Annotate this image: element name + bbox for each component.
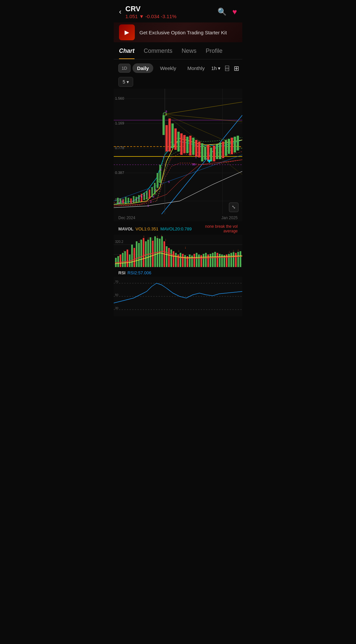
svg-text:↓: ↓	[161, 235, 163, 237]
svg-rect-39	[195, 140, 197, 156]
candlestick-icon[interactable]: ⌸	[225, 64, 229, 72]
svg-text:↓: ↓	[119, 254, 120, 258]
svg-rect-149	[240, 251, 241, 267]
svg-rect-41	[201, 143, 203, 161]
svg-rect-108	[145, 241, 147, 267]
layout-icon[interactable]: ⊞	[234, 64, 239, 72]
svg-text:↓: ↓	[132, 252, 134, 255]
svg-rect-123	[180, 253, 181, 267]
search-icon[interactable]: 🔍	[218, 8, 226, 16]
svg-rect-142	[223, 255, 225, 267]
svg-rect-27	[159, 165, 161, 183]
svg-text:↓: ↓	[237, 248, 239, 252]
svg-rect-46	[216, 144, 218, 159]
svg-text:4: 4	[138, 197, 140, 200]
svg-text:1: 1	[130, 201, 132, 204]
svg-rect-136	[210, 254, 211, 267]
svg-rect-106	[140, 240, 142, 267]
interval-selector[interactable]: 1h ▾	[211, 65, 221, 71]
svg-rect-48	[222, 142, 224, 158]
svg-rect-146	[233, 252, 234, 267]
svg-text:5: 5	[141, 195, 142, 198]
rsi-header: RSI RSI2:57.006	[114, 268, 242, 277]
svg-text:↓: ↓	[152, 237, 153, 240]
svg-rect-120	[173, 251, 174, 267]
svg-text:↓: ↓	[143, 235, 145, 238]
svg-rect-147	[235, 253, 237, 267]
main-chart[interactable]: 1.337 6 7 8 5 4 3 2 1 1 2 3 4 5 6 7 8 9 …	[114, 89, 242, 214]
svg-rect-131	[198, 254, 200, 267]
svg-rect-105	[138, 243, 140, 267]
svg-rect-111	[152, 241, 154, 267]
svg-text:↓: ↓	[157, 235, 158, 238]
svg-rect-125	[184, 255, 186, 267]
date-right: Jan 2025	[222, 216, 238, 220]
svg-rect-35	[183, 135, 186, 153]
svg-line-81	[165, 102, 242, 114]
mavol-svg: 320.2	[114, 235, 242, 268]
timeframe-daily[interactable]: Daily	[133, 63, 154, 73]
rsi-value: RSI2:57.006	[128, 270, 151, 275]
promo-banner[interactable]: ▶ Get Exclusive Option Trading Starter K…	[114, 22, 242, 42]
mavol-note: none break the volaverage	[205, 224, 238, 233]
svg-text:89: 89	[192, 163, 195, 166]
favorite-icon[interactable]: ♥	[232, 7, 237, 17]
svg-rect-137	[212, 253, 214, 267]
svg-rect-144	[228, 254, 230, 267]
svg-rect-51	[231, 138, 233, 154]
svg-rect-36	[186, 137, 189, 153]
timeframe-1d[interactable]: 1D	[118, 64, 131, 73]
svg-rect-15	[128, 198, 129, 203]
tabs-nav: Chart Comments News Profile	[114, 42, 242, 59]
svg-text:3: 3	[153, 195, 154, 198]
svg-rect-45	[213, 146, 215, 161]
tab-chart[interactable]: Chart	[119, 48, 134, 59]
back-button[interactable]: ‹	[119, 8, 121, 16]
svg-text:6: 6	[143, 194, 145, 197]
svg-rect-122	[177, 254, 179, 267]
mavol-header: MAVOL VOL1:0.351 MAVOL20:0.789 none brea…	[114, 221, 242, 235]
svg-rect-53	[237, 136, 239, 151]
svg-rect-26	[157, 173, 159, 188]
svg-text:1.169: 1.169	[115, 121, 124, 125]
header-right: 🔍 ♥	[218, 7, 237, 17]
date-left: Dec 2024	[118, 216, 135, 220]
svg-text:1: 1	[195, 155, 197, 159]
svg-rect-129	[193, 254, 195, 267]
svg-rect-109	[147, 240, 149, 267]
svg-rect-34	[180, 133, 183, 155]
svg-text:0.219: 0.219	[115, 198, 124, 202]
ticker-info: CRV 1.051 ▼ -0.034 -3.11%	[125, 5, 176, 19]
svg-rect-128	[191, 255, 193, 267]
candle-size-dropdown[interactable]: 5 ▾	[118, 77, 133, 87]
tab-comments[interactable]: Comments	[144, 48, 172, 59]
svg-rect-37	[189, 136, 192, 155]
svg-rect-29	[165, 125, 168, 152]
tab-news[interactable]: News	[182, 48, 196, 59]
svg-text:4: 4	[155, 188, 157, 192]
svg-text:7: 7	[146, 193, 148, 196]
chart-controls-right: 1h ▾ ⌸ ⊞	[211, 64, 239, 72]
svg-text:50: 50	[115, 293, 118, 296]
svg-text:30: 30	[115, 306, 118, 310]
svg-text:70: 70	[115, 280, 118, 283]
svg-rect-139	[217, 253, 218, 267]
svg-text:↓: ↓	[138, 239, 140, 243]
svg-text:↓: ↓	[147, 236, 149, 240]
banner-text: Get Exclusive Option Trading Starter Kit	[139, 30, 227, 35]
svg-rect-138	[214, 252, 216, 267]
svg-rect-134	[205, 253, 207, 267]
svg-rect-148	[237, 252, 239, 267]
svg-text:↓: ↓	[165, 238, 166, 241]
timeframe-monthly[interactable]: Monthly	[183, 63, 209, 73]
tab-profile[interactable]: Profile	[206, 48, 222, 59]
svg-text:↓: ↓	[178, 249, 180, 253]
svg-rect-103	[134, 248, 135, 267]
svg-rect-99	[124, 251, 126, 267]
svg-rect-140	[219, 254, 221, 267]
svg-text:↓: ↓	[233, 249, 234, 253]
svg-text:↓: ↓	[185, 246, 186, 249]
timeframe-weekly[interactable]: Weekly	[155, 63, 181, 73]
svg-text:2: 2	[150, 200, 152, 203]
banner-play-icon: ▶	[119, 24, 135, 40]
